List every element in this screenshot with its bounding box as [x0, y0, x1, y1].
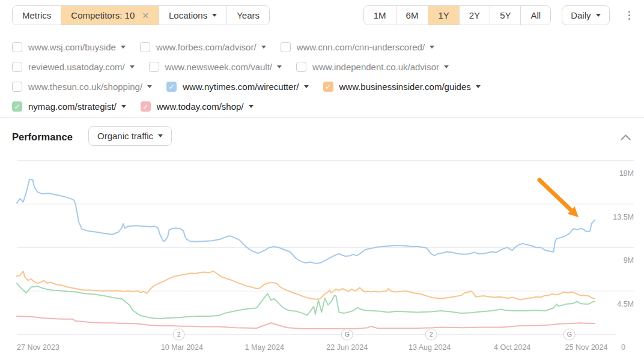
x-axis-label: 25 Nov 2024	[565, 343, 608, 352]
y-axis-label: 4.5M	[617, 300, 634, 308]
x-axis-label: 22 Jun 2024	[326, 343, 368, 352]
axis-marker-2[interactable]: 2	[173, 329, 184, 340]
x-axis-label: 10 Mar 2024	[161, 343, 203, 352]
axis-marker-G[interactable]: G	[564, 329, 575, 340]
svg-text:2: 2	[430, 331, 433, 338]
performance-chart[interactable]: 18M13.5M9M4.5M027 Nov 202310 Mar 20241 M…	[0, 0, 644, 360]
axis-marker-G[interactable]: G	[341, 329, 353, 340]
svg-text:G: G	[345, 331, 350, 338]
svg-text:2: 2	[177, 331, 181, 338]
axis-marker-2[interactable]: 2	[425, 329, 437, 340]
x-axis-label: 4 Oct 2024	[494, 343, 530, 352]
y-axis-label: 13.5M	[613, 213, 634, 221]
competitor-analysis-page: Metrics Competitors: 10 ✕ Locations Year…	[0, 0, 644, 360]
series-line-www-nytimes-com-wirecutter[interactable]	[17, 179, 595, 263]
y-axis-label: 18M	[619, 169, 634, 178]
y-axis-label: 0	[621, 343, 625, 352]
annotation-arrow	[539, 180, 571, 209]
series-line-nymag-com-strategist[interactable]	[17, 283, 595, 319]
x-axis-label: 27 Nov 2023	[17, 343, 59, 352]
y-axis-label: 9M	[624, 256, 634, 265]
x-axis-label: 13 Aug 2024	[409, 343, 451, 352]
svg-text:G: G	[567, 331, 572, 338]
series-line-www-today-com-shop[interactable]	[17, 316, 595, 329]
x-axis-label: 1 May 2024	[245, 343, 284, 352]
